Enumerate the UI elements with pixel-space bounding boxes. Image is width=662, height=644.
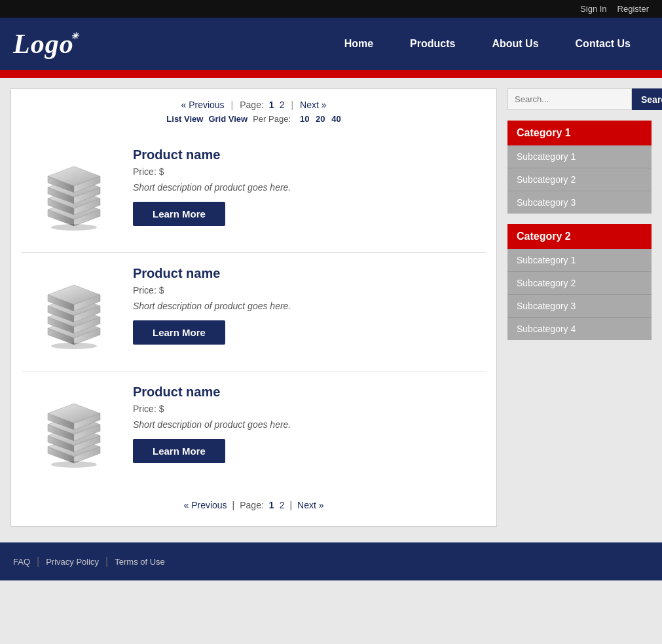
page-2-bottom[interactable]: 2 (280, 500, 285, 510)
grid-view-btn[interactable]: Grid View (208, 114, 248, 124)
learn-more-button-3[interactable]: Learn More (133, 439, 225, 463)
category-1-block: Category 1 Subcategory 1 Subcategory 2 S… (507, 121, 652, 214)
svg-point-25 (51, 343, 97, 349)
page-label-bottom: Page: (240, 500, 264, 510)
next-page-top[interactable]: Next » (300, 100, 326, 110)
subcategory-2-4[interactable]: Subcategory 4 (507, 318, 652, 340)
nav-bar: Logo ✳ Home Products About Us Contact Us (0, 18, 662, 70)
product-name: Product name (133, 385, 479, 400)
subcategory-2-1[interactable]: Subcategory 1 (507, 249, 652, 272)
per-page-options: 10 20 40 (296, 114, 341, 124)
sidebar: Search Category 1 Subcategory 1 Subcateg… (507, 88, 652, 527)
product-panel: « Previous | Page: 1 2 | Next » List Vie… (10, 88, 497, 527)
product-stack-icon (35, 273, 113, 351)
product-desc: Short description of product goes here. (133, 182, 479, 193)
nav-contact[interactable]: Contact Us (557, 18, 649, 70)
product-item: Product name Price: $ Short description … (22, 134, 486, 253)
pagination-top: « Previous | Page: 1 2 | Next » (22, 100, 486, 110)
product-name: Product name (133, 147, 479, 162)
product-image (28, 385, 120, 476)
list-view-btn[interactable]: List View (166, 114, 203, 124)
product-item: Product name Price: $ Short description … (22, 371, 486, 489)
product-image (28, 266, 120, 358)
page-2-top[interactable]: 2 (280, 100, 285, 110)
svg-point-38 (51, 461, 97, 468)
red-stripe (0, 70, 662, 78)
product-list: Product name Price: $ Short description … (22, 134, 486, 489)
category-2-block: Category 2 Subcategory 1 Subcategory 2 S… (507, 224, 652, 340)
footer: FAQ | Privacy Policy | Terms of Use (0, 542, 662, 580)
search-button[interactable]: Search (632, 88, 662, 110)
nav-products[interactable]: Products (392, 18, 473, 70)
nav-links: Home Products About Us Contact Us (326, 18, 649, 70)
subcategory-1-2[interactable]: Subcategory 2 (507, 168, 652, 191)
product-info: Product name Price: $ Short description … (133, 385, 479, 463)
page-1-top[interactable]: 1 (269, 100, 274, 110)
per-page-label: Per Page: (253, 114, 291, 124)
product-info: Product name Price: $ Short description … (133, 266, 479, 345)
nav-about[interactable]: About Us (473, 18, 557, 70)
next-page-bottom[interactable]: Next » (297, 500, 323, 510)
product-item: Product name Price: $ Short description … (22, 253, 486, 371)
learn-more-button-1[interactable]: Learn More (133, 202, 225, 226)
view-controls: List View Grid View Per Page: 10 20 40 (22, 114, 486, 124)
subcategory-2-2[interactable]: Subcategory 2 (507, 272, 652, 295)
product-stack-icon (35, 154, 113, 233)
footer-privacy[interactable]: Privacy Policy (46, 557, 99, 567)
per-page-10[interactable]: 10 (300, 114, 309, 124)
product-price: Price: $ (133, 404, 479, 414)
category-1-subcategories: Subcategory 1 Subcategory 2 Subcategory … (507, 145, 652, 214)
product-name: Product name (133, 266, 479, 281)
main-content: « Previous | Page: 1 2 | Next » List Vie… (0, 78, 662, 537)
subcategory-1-3[interactable]: Subcategory 3 (507, 191, 652, 214)
product-price: Price: $ (133, 166, 479, 177)
register-link[interactable]: Register (617, 4, 649, 14)
category-2-subcategories: Subcategory 1 Subcategory 2 Subcategory … (507, 249, 652, 340)
product-info: Product name Price: $ Short description … (133, 147, 479, 226)
product-price: Price: $ (133, 285, 479, 295)
per-page-20[interactable]: 20 (316, 114, 325, 124)
page-1-bottom[interactable]: 1 (269, 500, 274, 510)
subcategory-1-1[interactable]: Subcategory 1 (507, 145, 652, 168)
footer-terms[interactable]: Terms of Use (115, 557, 165, 567)
per-page-40[interactable]: 40 (331, 114, 340, 124)
product-image (28, 147, 120, 239)
signin-link[interactable]: Sign In (580, 4, 606, 14)
category-2-header: Category 2 (507, 224, 652, 249)
nav-home[interactable]: Home (326, 18, 392, 70)
product-desc: Short description of product goes here. (133, 419, 479, 430)
search-input[interactable] (507, 88, 632, 110)
footer-faq[interactable]: FAQ (13, 557, 30, 567)
category-1-header: Category 1 (507, 121, 652, 145)
learn-more-button-2[interactable]: Learn More (133, 320, 225, 345)
page-label-top: Page: (240, 100, 264, 110)
top-bar: Sign In Register (0, 0, 662, 18)
prev-page-bottom[interactable]: « Previous (183, 500, 227, 510)
product-stack-icon (35, 391, 113, 470)
logo: Logo ✳ (13, 28, 74, 60)
prev-page-top[interactable]: « Previous (181, 100, 224, 110)
product-desc: Short description of product goes here. (133, 301, 479, 311)
subcategory-2-3[interactable]: Subcategory 3 (507, 295, 652, 318)
svg-point-12 (51, 224, 97, 231)
pagination-bottom: « Previous | Page: 1 2 | Next » (22, 489, 486, 516)
logo-star-icon: ✳ (71, 31, 79, 42)
search-box: Search (507, 88, 652, 110)
